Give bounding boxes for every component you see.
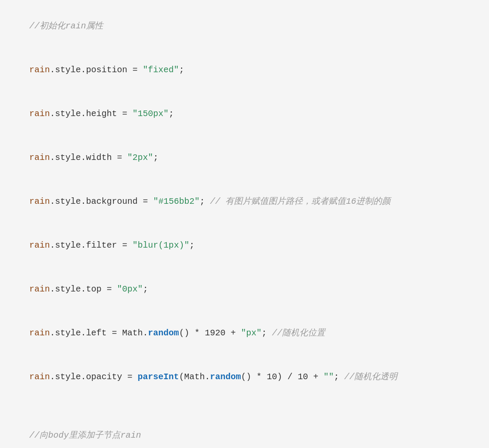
code-line: rain.style.background = "#156bb2"; // 有图… xyxy=(9,180,480,224)
code-line: //向body里添加子节点rain xyxy=(9,414,480,448)
comment-text: //初始化rain属性 xyxy=(29,21,103,31)
code-line: rain.style.top = "0px"; xyxy=(9,267,480,311)
code-line: rain.style.height = "150px"; xyxy=(9,92,480,136)
comment-text: //向body里添加子节点rain xyxy=(29,430,141,440)
code-line: //初始化rain属性 xyxy=(9,4,480,48)
code-line: rain.style.filter = "blur(1px)"; xyxy=(9,224,480,267)
code-line: rain.style.position = "fixed"; xyxy=(9,48,480,92)
code-editor: //初始化rain属性 rain.style.position = "fixed… xyxy=(0,0,489,448)
code-line xyxy=(9,399,480,414)
code-line: rain.style.opacity = parseInt(Math.rando… xyxy=(9,355,480,399)
code-line: rain.style.width = "2px"; xyxy=(9,136,480,180)
code-line: rain.style.left = Math.random() * 1920 +… xyxy=(9,311,480,355)
